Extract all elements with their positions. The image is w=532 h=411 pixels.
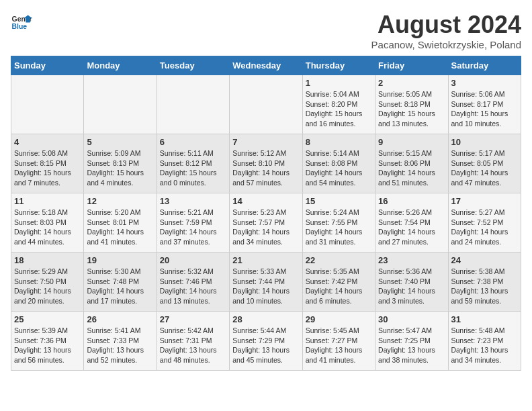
calendar-cell: 12Sunrise: 5:20 AM Sunset: 8:01 PM Dayli…	[84, 193, 157, 253]
day-number: 7	[232, 137, 299, 147]
day-number: 1	[306, 78, 372, 88]
day-number: 10	[451, 137, 518, 147]
calendar-cell: 9Sunrise: 5:15 AM Sunset: 8:06 PM Daylig…	[375, 134, 448, 193]
cell-info: Sunrise: 5:05 AM Sunset: 8:18 PM Dayligh…	[378, 89, 445, 129]
calendar-cell: 4Sunrise: 5:08 AM Sunset: 8:15 PM Daylig…	[11, 134, 84, 193]
calendar-cell: 18Sunrise: 5:29 AM Sunset: 7:50 PM Dayli…	[11, 253, 84, 312]
calendar-cell: 20Sunrise: 5:32 AM Sunset: 7:46 PM Dayli…	[157, 253, 229, 312]
cell-info: Sunrise: 5:38 AM Sunset: 7:38 PM Dayligh…	[451, 267, 518, 306]
cell-info: Sunrise: 5:18 AM Sunset: 8:03 PM Dayligh…	[14, 208, 81, 247]
cell-info: Sunrise: 5:11 AM Sunset: 8:12 PM Dayligh…	[160, 148, 226, 188]
calendar-cell	[230, 75, 302, 134]
calendar-cell: 22Sunrise: 5:35 AM Sunset: 7:42 PM Dayli…	[302, 253, 375, 312]
weekday-header: Wednesday	[230, 56, 302, 75]
day-number: 29	[306, 314, 372, 324]
weekday-header: Sunday	[11, 56, 84, 75]
cell-info: Sunrise: 5:44 AM Sunset: 7:29 PM Dayligh…	[232, 326, 299, 365]
calendar-cell: 3Sunrise: 5:06 AM Sunset: 8:17 PM Daylig…	[448, 75, 521, 134]
calendar-cell: 25Sunrise: 5:39 AM Sunset: 7:36 PM Dayli…	[11, 312, 84, 371]
calendar-cell: 7Sunrise: 5:12 AM Sunset: 8:10 PM Daylig…	[230, 134, 302, 193]
calendar-cell: 26Sunrise: 5:41 AM Sunset: 7:33 PM Dayli…	[84, 312, 157, 371]
title-block: August 2024 Pacanow, Swietokrzyskie, Pol…	[371, 11, 521, 50]
calendar-cell: 8Sunrise: 5:14 AM Sunset: 8:08 PM Daylig…	[302, 134, 375, 193]
cell-info: Sunrise: 5:20 AM Sunset: 8:01 PM Dayligh…	[87, 208, 153, 247]
calendar-cell: 27Sunrise: 5:42 AM Sunset: 7:31 PM Dayli…	[157, 312, 229, 371]
calendar-cell: 24Sunrise: 5:38 AM Sunset: 7:38 PM Dayli…	[448, 253, 521, 312]
day-number: 30	[378, 314, 445, 324]
cell-info: Sunrise: 5:47 AM Sunset: 7:25 PM Dayligh…	[378, 326, 445, 365]
calendar-cell: 1Sunrise: 5:04 AM Sunset: 8:20 PM Daylig…	[302, 75, 375, 134]
svg-text:Blue: Blue	[12, 23, 28, 30]
day-number: 31	[451, 314, 518, 324]
day-number: 23	[378, 255, 445, 265]
cell-info: Sunrise: 5:36 AM Sunset: 7:40 PM Dayligh…	[378, 267, 445, 306]
day-number: 11	[14, 196, 81, 206]
calendar-cell: 5Sunrise: 5:09 AM Sunset: 8:13 PM Daylig…	[84, 134, 157, 193]
cell-info: Sunrise: 5:39 AM Sunset: 7:36 PM Dayligh…	[14, 326, 81, 365]
calendar-cell: 6Sunrise: 5:11 AM Sunset: 8:12 PM Daylig…	[157, 134, 229, 193]
cell-info: Sunrise: 5:33 AM Sunset: 7:44 PM Dayligh…	[232, 267, 299, 306]
calendar-table: SundayMondayTuesdayWednesdayThursdayFrid…	[11, 56, 521, 371]
calendar-cell	[84, 75, 157, 134]
cell-info: Sunrise: 5:27 AM Sunset: 7:52 PM Dayligh…	[451, 208, 518, 247]
calendar-cell: 23Sunrise: 5:36 AM Sunset: 7:40 PM Dayli…	[375, 253, 448, 312]
calendar-cell: 19Sunrise: 5:30 AM Sunset: 7:48 PM Dayli…	[84, 253, 157, 312]
day-number: 9	[378, 137, 445, 147]
day-number: 18	[14, 255, 81, 265]
day-number: 8	[306, 137, 372, 147]
calendar-cell: 16Sunrise: 5:26 AM Sunset: 7:54 PM Dayli…	[375, 193, 448, 253]
day-number: 26	[87, 314, 153, 324]
calendar-cell: 15Sunrise: 5:24 AM Sunset: 7:55 PM Dayli…	[302, 193, 375, 253]
calendar-cell: 29Sunrise: 5:45 AM Sunset: 7:27 PM Dayli…	[302, 312, 375, 371]
day-number: 21	[232, 255, 299, 265]
cell-info: Sunrise: 5:15 AM Sunset: 8:06 PM Dayligh…	[378, 148, 445, 188]
cell-info: Sunrise: 5:42 AM Sunset: 7:31 PM Dayligh…	[160, 326, 226, 365]
cell-info: Sunrise: 5:06 AM Sunset: 8:17 PM Dayligh…	[451, 89, 518, 129]
day-number: 24	[451, 255, 518, 265]
logo-icon: General Blue	[11, 11, 32, 32]
calendar-week-row: 25Sunrise: 5:39 AM Sunset: 7:36 PM Dayli…	[11, 312, 521, 371]
cell-info: Sunrise: 5:21 AM Sunset: 7:59 PM Dayligh…	[160, 208, 226, 247]
cell-info: Sunrise: 5:23 AM Sunset: 7:57 PM Dayligh…	[232, 208, 299, 247]
day-number: 2	[378, 78, 445, 88]
calendar-cell	[11, 75, 84, 134]
main-title: August 2024	[371, 11, 521, 39]
logo: General Blue	[11, 11, 32, 32]
day-number: 3	[451, 78, 518, 88]
weekday-header: Saturday	[448, 56, 521, 75]
calendar-cell: 28Sunrise: 5:44 AM Sunset: 7:29 PM Dayli…	[230, 312, 302, 371]
cell-info: Sunrise: 5:12 AM Sunset: 8:10 PM Dayligh…	[232, 148, 299, 188]
day-number: 20	[160, 255, 226, 265]
day-number: 22	[306, 255, 372, 265]
calendar-week-row: 4Sunrise: 5:08 AM Sunset: 8:15 PM Daylig…	[11, 134, 521, 193]
day-number: 19	[87, 255, 153, 265]
cell-info: Sunrise: 5:04 AM Sunset: 8:20 PM Dayligh…	[306, 89, 372, 129]
day-number: 17	[451, 196, 518, 206]
cell-info: Sunrise: 5:24 AM Sunset: 7:55 PM Dayligh…	[306, 208, 372, 247]
cell-info: Sunrise: 5:08 AM Sunset: 8:15 PM Dayligh…	[14, 148, 81, 188]
day-number: 27	[160, 314, 226, 324]
weekday-header: Thursday	[302, 56, 375, 75]
day-number: 15	[306, 196, 372, 206]
cell-info: Sunrise: 5:32 AM Sunset: 7:46 PM Dayligh…	[160, 267, 226, 306]
calendar-cell	[157, 75, 229, 134]
calendar-cell: 13Sunrise: 5:21 AM Sunset: 7:59 PM Dayli…	[157, 193, 229, 253]
day-number: 6	[160, 137, 226, 147]
calendar-cell: 17Sunrise: 5:27 AM Sunset: 7:52 PM Dayli…	[448, 193, 521, 253]
calendar-cell: 14Sunrise: 5:23 AM Sunset: 7:57 PM Dayli…	[230, 193, 302, 253]
calendar-cell: 10Sunrise: 5:17 AM Sunset: 8:05 PM Dayli…	[448, 134, 521, 193]
day-number: 28	[232, 314, 299, 324]
calendar-week-row: 18Sunrise: 5:29 AM Sunset: 7:50 PM Dayli…	[11, 253, 521, 312]
calendar-cell: 11Sunrise: 5:18 AM Sunset: 8:03 PM Dayli…	[11, 193, 84, 253]
day-number: 14	[232, 196, 299, 206]
cell-info: Sunrise: 5:14 AM Sunset: 8:08 PM Dayligh…	[306, 148, 372, 188]
day-number: 25	[14, 314, 81, 324]
calendar-cell: 2Sunrise: 5:05 AM Sunset: 8:18 PM Daylig…	[375, 75, 448, 134]
cell-info: Sunrise: 5:41 AM Sunset: 7:33 PM Dayligh…	[87, 326, 153, 365]
cell-info: Sunrise: 5:29 AM Sunset: 7:50 PM Dayligh…	[14, 267, 81, 306]
cell-info: Sunrise: 5:09 AM Sunset: 8:13 PM Dayligh…	[87, 148, 153, 188]
calendar-cell: 31Sunrise: 5:48 AM Sunset: 7:23 PM Dayli…	[448, 312, 521, 371]
page-header: General Blue August 2024 Pacanow, Swieto…	[11, 11, 521, 50]
weekday-header: Tuesday	[157, 56, 229, 75]
cell-info: Sunrise: 5:35 AM Sunset: 7:42 PM Dayligh…	[306, 267, 372, 306]
